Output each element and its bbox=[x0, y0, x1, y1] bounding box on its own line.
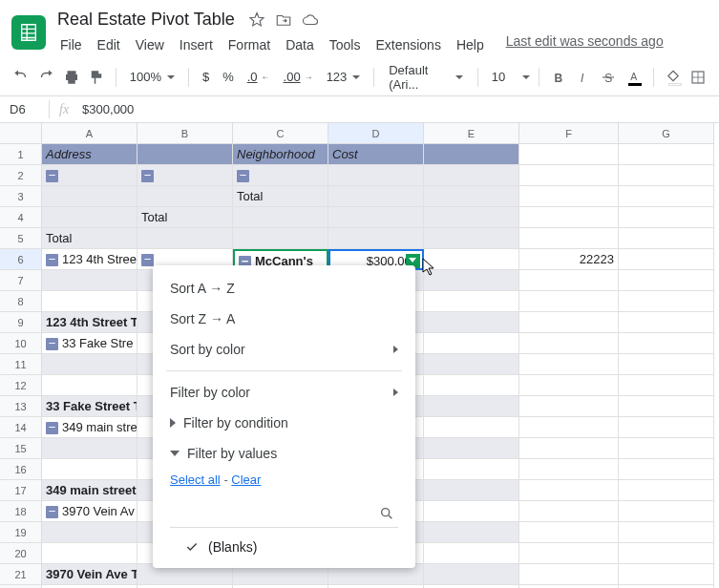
menu-data[interactable]: Data bbox=[279, 33, 321, 56]
cell[interactable] bbox=[519, 186, 619, 207]
cloud-icon[interactable] bbox=[302, 11, 319, 29]
cell[interactable] bbox=[137, 228, 233, 249]
col-header-a[interactable]: A bbox=[42, 123, 137, 144]
row-header-8[interactable]: 8 bbox=[0, 291, 42, 312]
row-header-15[interactable]: 15 bbox=[0, 438, 42, 459]
row-header-1[interactable]: 1 bbox=[0, 144, 42, 165]
collapse-icon[interactable]: − bbox=[46, 254, 58, 266]
cell[interactable] bbox=[137, 144, 233, 165]
italic-icon[interactable]: I bbox=[572, 64, 595, 91]
collapse-icon[interactable]: − bbox=[46, 170, 58, 182]
collapse-icon[interactable]: − bbox=[141, 254, 154, 266]
cell[interactable] bbox=[328, 165, 424, 186]
menu-format[interactable]: Format bbox=[222, 33, 277, 56]
row-header-17[interactable]: 17 bbox=[0, 480, 42, 501]
name-box[interactable]: D6 bbox=[0, 100, 50, 118]
sheets-logo[interactable] bbox=[11, 15, 46, 50]
formula-bar[interactable]: $300,000 bbox=[78, 100, 137, 118]
cell[interactable] bbox=[424, 186, 519, 207]
fill-color-icon[interactable] bbox=[662, 64, 685, 91]
cell[interactable] bbox=[328, 186, 424, 207]
cell[interactable] bbox=[424, 165, 519, 186]
cell[interactable] bbox=[619, 228, 714, 249]
cell[interactable] bbox=[619, 207, 714, 228]
text-color-icon[interactable]: A bbox=[622, 64, 645, 91]
filter-value-blanks[interactable]: (Blanks) bbox=[153, 534, 415, 560]
font-size-select[interactable]: 10 bbox=[486, 66, 531, 88]
row-header-10[interactable]: 10 bbox=[0, 333, 42, 354]
pivot-header-neighborhood[interactable]: Neighborhood bbox=[233, 144, 328, 165]
filter-by-values-item[interactable]: Filter by values bbox=[153, 438, 415, 469]
sort-az-item[interactable]: Sort A → Z bbox=[153, 273, 415, 304]
cell[interactable] bbox=[519, 165, 619, 186]
col-header-g[interactable]: G bbox=[619, 123, 714, 144]
row-header-9[interactable]: 9 bbox=[0, 312, 42, 333]
cell[interactable] bbox=[328, 207, 424, 228]
star-icon[interactable] bbox=[248, 11, 265, 29]
cell[interactable] bbox=[424, 144, 519, 165]
borders-icon[interactable] bbox=[687, 64, 709, 91]
cell[interactable] bbox=[619, 186, 714, 207]
doc-title[interactable]: Real Estate Pivot Table bbox=[53, 8, 239, 32]
pivot-header-address[interactable]: Address bbox=[42, 144, 137, 165]
row-header-2[interactable]: 2 bbox=[0, 165, 42, 186]
row-header-3[interactable]: 3 bbox=[0, 186, 42, 207]
percent-button[interactable]: % bbox=[217, 66, 240, 88]
cell[interactable] bbox=[519, 207, 619, 228]
cell[interactable] bbox=[233, 207, 328, 228]
cell[interactable] bbox=[42, 186, 137, 207]
select-all-corner[interactable] bbox=[0, 123, 42, 144]
last-edit-link[interactable]: Last edit was seconds ago bbox=[506, 33, 664, 56]
clear-link[interactable]: Clear bbox=[231, 472, 261, 487]
filter-by-color-item[interactable]: Filter by color bbox=[153, 377, 415, 408]
cell[interactable] bbox=[42, 270, 137, 291]
zoom-select[interactable]: 100% bbox=[124, 66, 180, 88]
cell[interactable]: Total bbox=[233, 186, 328, 207]
collapse-icon[interactable]: − bbox=[46, 422, 58, 434]
row-header-14[interactable]: 14 bbox=[0, 417, 42, 438]
cell[interactable]: − bbox=[233, 165, 328, 186]
currency-button[interactable]: $ bbox=[197, 66, 215, 88]
collapse-icon[interactable]: − bbox=[141, 170, 154, 182]
select-all-link[interactable]: Select all bbox=[170, 472, 221, 487]
cell[interactable] bbox=[233, 228, 328, 249]
sort-za-item[interactable]: Sort Z → A bbox=[153, 304, 415, 334]
cell[interactable] bbox=[328, 228, 424, 249]
row-header-18[interactable]: 18 bbox=[0, 501, 42, 522]
cell[interactable] bbox=[424, 249, 519, 270]
row-header-21[interactable]: 21 bbox=[0, 564, 42, 585]
cell[interactable] bbox=[519, 144, 619, 165]
undo-icon[interactable] bbox=[10, 64, 32, 91]
redo-icon[interactable] bbox=[34, 64, 57, 91]
row-header-20[interactable]: 20 bbox=[0, 543, 42, 564]
col-header-e[interactable]: E bbox=[424, 123, 519, 144]
row-header-13[interactable]: 13 bbox=[0, 396, 42, 417]
bold-icon[interactable]: B bbox=[547, 64, 570, 91]
menu-help[interactable]: Help bbox=[450, 33, 491, 56]
cell[interactable] bbox=[42, 207, 137, 228]
col-header-f[interactable]: F bbox=[519, 123, 619, 144]
col-header-c[interactable]: C bbox=[233, 123, 328, 144]
menu-view[interactable]: View bbox=[129, 33, 171, 56]
cell[interactable]: − bbox=[42, 165, 137, 186]
cell[interactable] bbox=[424, 207, 519, 228]
row-header-6[interactable]: 6 bbox=[0, 249, 42, 270]
menu-file[interactable]: File bbox=[53, 33, 89, 56]
menu-edit[interactable]: Edit bbox=[91, 33, 127, 56]
cell[interactable] bbox=[619, 165, 714, 186]
filter-search-input[interactable] bbox=[170, 500, 398, 528]
row-header-16[interactable]: 16 bbox=[0, 459, 42, 480]
row-header-4[interactable]: 4 bbox=[0, 207, 42, 228]
row-header-7[interactable]: 7 bbox=[0, 270, 42, 291]
strikethrough-icon[interactable]: S bbox=[597, 64, 620, 91]
col-header-d[interactable]: D bbox=[328, 123, 424, 144]
collapse-icon[interactable]: − bbox=[46, 506, 58, 518]
move-icon[interactable] bbox=[275, 11, 292, 29]
pivot-header-cost[interactable]: Cost bbox=[328, 144, 424, 165]
cell[interactable] bbox=[424, 228, 519, 249]
cell[interactable]: Total bbox=[137, 207, 233, 228]
row-header-11[interactable]: 11 bbox=[0, 354, 42, 375]
filter-by-condition-item[interactable]: Filter by condition bbox=[153, 408, 415, 438]
menu-insert[interactable]: Insert bbox=[173, 33, 220, 56]
paint-format-icon[interactable] bbox=[85, 64, 108, 91]
